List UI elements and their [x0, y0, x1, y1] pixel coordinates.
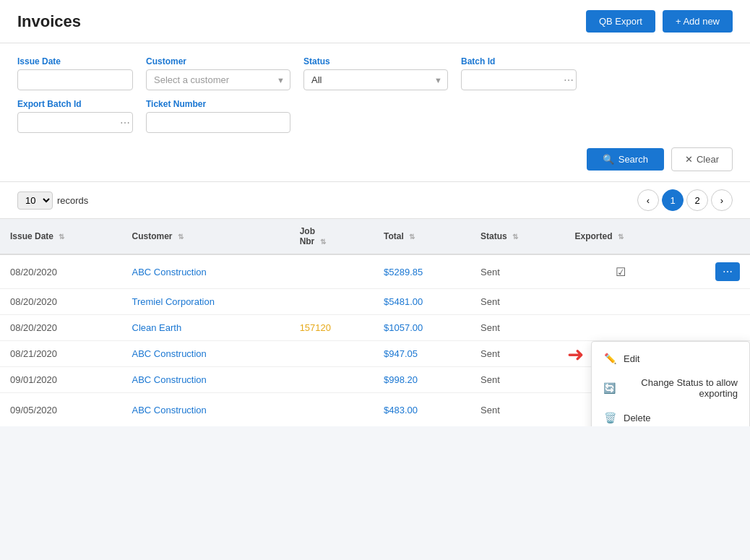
invoices-table-wrap: Issue Date ⇅ Customer ⇅ JobNbr ⇅ Total ⇅…	[0, 219, 750, 426]
cell-status: Sent	[470, 367, 564, 393]
cell-action: ➜✏️Edit🔄Change Status to allow exporting…	[677, 341, 750, 367]
cell-customer[interactable]: ABC Construction	[122, 367, 290, 393]
cell-job-nbr	[290, 254, 374, 289]
search-button[interactable]: 🔍 Search	[587, 148, 664, 171]
page-header: Invoices QB Export + Add new	[0, 0, 750, 43]
batch-id-input-wrap: ⋯	[461, 69, 577, 90]
table-header-row: Issue Date ⇅ Customer ⇅ JobNbr ⇅ Total ⇅…	[0, 219, 750, 254]
cell-status: Sent	[470, 341, 564, 367]
status-label: Status	[303, 56, 448, 66]
sort-icon-job-nbr: ⇅	[320, 238, 326, 246]
customer-select[interactable]: Select a customer	[146, 69, 290, 90]
cell-exported	[564, 315, 676, 341]
dropdown-item-icon: 🔄	[603, 382, 616, 394]
status-filter: Status All Sent Draft Paid ▼	[303, 56, 448, 90]
cell-customer[interactable]: ABC Construction	[122, 341, 290, 367]
sort-icon-status: ⇅	[512, 233, 518, 241]
cell-total: $5289.85	[374, 254, 470, 289]
ticket-number-input[interactable]	[146, 112, 290, 133]
table-row: 08/21/2020ABC Construction$947.05Sent➜✏️…	[0, 341, 750, 367]
cell-status: Sent	[470, 289, 564, 315]
batch-id-filter: Batch Id ⋯	[461, 56, 577, 90]
cell-customer[interactable]: Clean Earth	[122, 315, 290, 341]
cell-job-nbr	[290, 341, 374, 367]
cell-total: $5481.00	[374, 289, 470, 315]
search-icon: 🔍	[603, 154, 614, 165]
export-batch-id-input-wrap: ⋯	[17, 112, 133, 133]
dropdown-item-label: Delete	[624, 413, 651, 423]
dropdown-menu-item[interactable]: ✏️Edit	[592, 346, 749, 371]
dropdown-item-icon: 🗑️	[603, 412, 616, 423]
cell-customer[interactable]: ABC Construction	[122, 393, 290, 427]
cell-issue-date: 08/20/2020	[0, 289, 122, 315]
clear-button[interactable]: ✕ Clear	[671, 147, 733, 171]
table-row: 08/20/2020ABC Construction$5289.85Sent☑⋯	[0, 254, 750, 289]
export-batch-id-input[interactable]	[17, 112, 133, 133]
filter-row-2: Export Batch Id ⋯ Ticket Number	[17, 99, 733, 133]
col-customer[interactable]: Customer ⇅	[122, 219, 290, 254]
cell-exported: ☑	[564, 254, 676, 289]
batch-id-icon-button[interactable]: ⋯	[564, 74, 574, 86]
header-buttons: QB Export + Add new	[586, 10, 733, 33]
qb-export-button[interactable]: QB Export	[586, 10, 655, 33]
records-label: records	[57, 195, 88, 206]
cell-total: $998.20	[374, 367, 470, 393]
records-per-page-select[interactable]: 10 25 50	[17, 191, 53, 210]
col-actions	[677, 219, 750, 254]
sort-icon-exported: ⇅	[618, 233, 624, 241]
page-2-button[interactable]: 2	[686, 189, 708, 211]
export-batch-id-icon-button[interactable]: ⋯	[120, 117, 130, 129]
cell-job-nbr	[290, 393, 374, 427]
status-select[interactable]: All Sent Draft Paid	[303, 69, 448, 90]
cell-job-nbr	[290, 367, 374, 393]
clear-button-label: Clear	[697, 154, 719, 165]
cell-total: $483.00	[374, 393, 470, 427]
col-status[interactable]: Status ⇅	[470, 219, 564, 254]
table-controls: 10 25 50 records ‹ 1 2 ›	[0, 182, 750, 219]
sort-icon-issue-date: ⇅	[59, 233, 64, 241]
row-action-button[interactable]: ⋯	[715, 262, 740, 281]
cell-customer[interactable]: Tremiel Corporation	[122, 289, 290, 315]
col-issue-date[interactable]: Issue Date ⇅	[0, 219, 122, 254]
page-title: Invoices	[17, 12, 81, 31]
invoices-table: Issue Date ⇅ Customer ⇅ JobNbr ⇅ Total ⇅…	[0, 219, 750, 426]
customer-select-wrap: Select a customer ▼	[146, 69, 290, 90]
prev-page-button[interactable]: ‹	[637, 189, 659, 211]
records-select-wrap: 10 25 50 records	[17, 191, 88, 210]
export-batch-id-filter: Export Batch Id ⋯	[17, 99, 133, 133]
dropdown-menu-item[interactable]: 🗑️Delete	[592, 405, 749, 426]
customer-filter: Customer Select a customer ▼	[146, 56, 290, 90]
cell-action: ⋯	[677, 254, 750, 289]
cell-customer[interactable]: ABC Construction	[122, 254, 290, 289]
issue-date-input[interactable]	[17, 69, 133, 90]
customer-label: Customer	[146, 56, 290, 66]
cell-status: Sent	[470, 393, 564, 427]
issue-date-filter: Issue Date	[17, 56, 133, 90]
dropdown-menu-item[interactable]: 🔄Change Status to allow exporting	[592, 371, 749, 405]
action-dropdown-menu: ✏️Edit🔄Change Status to allow exporting🗑…	[591, 341, 750, 426]
col-exported[interactable]: Exported ⇅	[564, 219, 676, 254]
next-page-button[interactable]: ›	[711, 189, 733, 211]
cell-status: Sent	[470, 254, 564, 289]
cell-total: $947.05	[374, 341, 470, 367]
cell-job-nbr	[290, 289, 374, 315]
dropdown-item-icon: ✏️	[603, 353, 616, 364]
ticket-number-filter: Ticket Number	[146, 99, 290, 133]
col-job-nbr[interactable]: JobNbr ⇅	[290, 219, 374, 254]
pagination: ‹ 1 2 ›	[637, 189, 733, 211]
batch-id-input[interactable]	[461, 69, 577, 90]
export-batch-id-label: Export Batch Id	[17, 99, 133, 109]
filters-section: Issue Date Customer Select a customer ▼ …	[0, 43, 750, 182]
col-total[interactable]: Total ⇅	[374, 219, 470, 254]
page-1-button[interactable]: 1	[662, 189, 684, 211]
dropdown-item-label: Edit	[624, 353, 639, 364]
dropdown-item-label: Change Status to allow exporting	[623, 377, 738, 399]
cell-total: $1057.00	[374, 315, 470, 341]
cell-issue-date: 09/05/2020	[0, 393, 122, 427]
add-new-button[interactable]: + Add new	[663, 10, 733, 33]
search-button-label: Search	[618, 154, 648, 165]
exported-checkbox-icon: ☑	[616, 266, 626, 278]
status-select-wrap: All Sent Draft Paid ▼	[303, 69, 448, 90]
cell-action	[677, 315, 750, 341]
cell-status: Sent	[470, 315, 564, 341]
